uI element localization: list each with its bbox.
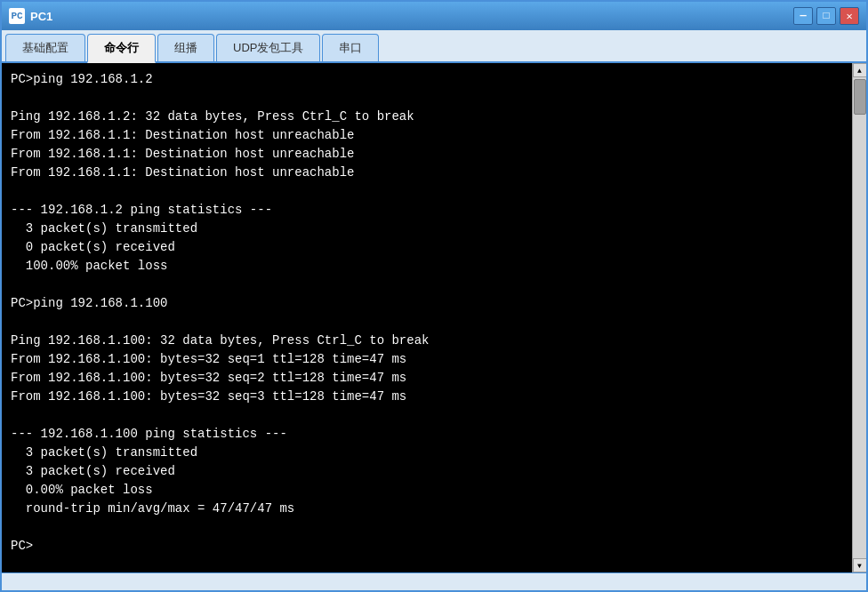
minimize-button[interactable]: — [793, 7, 813, 25]
scroll-thumb[interactable] [854, 79, 866, 115]
main-window: PC PC1 — □ ✕ 基础配置 命令行 组播 UDP发包工具 串口 PC>p… [0, 0, 868, 592]
scroll-track[interactable] [853, 77, 866, 558]
tab-bar: 基础配置 命令行 组播 UDP发包工具 串口 [2, 30, 866, 63]
status-bar [2, 572, 866, 590]
maximize-button[interactable]: □ [816, 7, 836, 25]
tab-multicast[interactable]: 组播 [157, 34, 214, 61]
terminal-output[interactable]: PC>ping 192.168.1.2 Ping 192.168.1.2: 32… [2, 63, 852, 572]
tab-serial[interactable]: 串口 [322, 34, 379, 61]
window-title: PC1 [30, 10, 788, 23]
tab-basic-config[interactable]: 基础配置 [5, 34, 85, 61]
content-area: PC>ping 192.168.1.2 Ping 192.168.1.2: 32… [2, 63, 866, 572]
scrollbar[interactable]: ▲ ▼ [852, 63, 866, 572]
scroll-down-button[interactable]: ▼ [853, 558, 867, 572]
window-icon-label: PC [11, 11, 22, 21]
scroll-up-button[interactable]: ▲ [853, 63, 867, 77]
close-button[interactable]: ✕ [840, 7, 859, 25]
tab-command-line[interactable]: 命令行 [87, 34, 156, 63]
window-icon: PC [9, 8, 25, 24]
title-bar-buttons: — □ ✕ [793, 7, 859, 25]
title-bar: PC PC1 — □ ✕ [2, 2, 866, 30]
tab-udp-tool[interactable]: UDP发包工具 [216, 34, 320, 61]
